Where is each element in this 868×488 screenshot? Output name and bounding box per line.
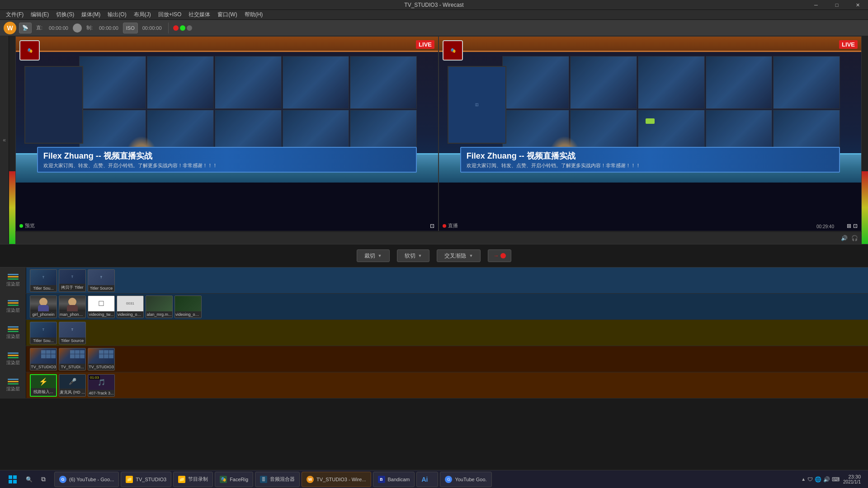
- iso-button[interactable]: ISO: [123, 23, 138, 33]
- layer-item-line-in[interactable]: ⚡ 线路输入...: [30, 374, 57, 397]
- taskbar-ai[interactable]: Ai: [416, 472, 438, 487]
- live-dot: [443, 224, 446, 228]
- wirecast-logo: W: [4, 22, 16, 34]
- layer-item-tv-studio-3[interactable]: TV_STUDIO3: [88, 348, 115, 371]
- youtube-goo-icon: G: [445, 476, 452, 483]
- layer-item-girl[interactable]: girl_phonein: [30, 296, 57, 318]
- menu-item-j[interactable]: 布局(J): [130, 10, 155, 19]
- layer-stack-icon-2: [8, 300, 19, 306]
- layer-item-mic[interactable]: 🎤 麦克风 (HD ...: [59, 374, 86, 397]
- task-view-button[interactable]: ⧉: [36, 473, 51, 486]
- bandicam-label: Bandicam: [388, 477, 410, 482]
- menu-item-iso[interactable]: 回放+ISO: [155, 10, 185, 19]
- cross-button[interactable]: 交叉渐隐 ▼: [437, 249, 481, 262]
- layer-item-titler-source2[interactable]: T Titler Source: [59, 322, 86, 344]
- search-button[interactable]: 🔍: [22, 473, 36, 486]
- cross-label: 交叉渐隐: [444, 252, 466, 260]
- layer-item-titler-source-1[interactable]: T Titler Source: [88, 269, 115, 292]
- layer-name-5: 渲染层: [6, 386, 20, 392]
- label-tv3: TV_STUDIO3: [88, 364, 114, 370]
- chrome-label: (6) YouTube - Goo...: [69, 477, 114, 482]
- label-copy-titler: 拷贝于 Titler: [59, 284, 85, 291]
- volume-icon[interactable]: 🔊: [841, 235, 848, 241]
- menu-item-[interactable]: 社交媒体: [185, 10, 214, 19]
- layer-label-1: 渲染层: [0, 267, 26, 293]
- menu-item-f[interactable]: 文件(F): [2, 10, 27, 19]
- taskbar-chrome[interactable]: G (6) YouTube - Goo...: [54, 472, 119, 487]
- maximize-button[interactable]: □: [826, 0, 847, 10]
- go-button[interactable]: →: [488, 249, 511, 262]
- volume-bar-left: [9, 36, 15, 244]
- headphone-icon[interactable]: 🎧: [851, 235, 858, 241]
- youtube-goo-label: YouTube Goo.: [455, 477, 486, 482]
- taskbar-facerig[interactable]: 🎭 FaceRig: [215, 472, 253, 487]
- folder2-label: 节目录制: [188, 476, 208, 483]
- layer-item-tv-studio-2[interactable]: TV_STUDI...: [59, 348, 86, 371]
- stream-dot-1: [173, 25, 179, 31]
- avatar-inner-right: 🎭: [443, 41, 462, 60]
- studio-lower-right: [439, 183, 861, 231]
- menu-item-m[interactable]: 媒体(M): [78, 10, 104, 19]
- record-time-value: 00:00:00: [97, 25, 120, 31]
- taskbar-bandicam[interactable]: B Bandicam: [373, 472, 415, 487]
- toolbar: W 📡 直: 00:00:00 制: 00:00:00 ISO 00:00:00: [0, 20, 868, 36]
- thumb-man: [59, 296, 85, 311]
- minimize-button[interactable]: ─: [806, 0, 826, 10]
- screens-row: Filex Zhuang -- 视频直播实战 欢迎大家订阅、转发、点赞、开启小铃…: [15, 36, 862, 231]
- label-videoing-tw: videoing_tw...: [88, 311, 114, 318]
- menu-item-o[interactable]: 输出(O): [104, 10, 130, 19]
- preview-icons: ⊡: [430, 223, 434, 229]
- layer-item-videoing-on2[interactable]: videoing_on...: [175, 296, 202, 318]
- title-banner-right: Filex Zhuang -- 视频直播实战 欢迎大家订阅、转发、点赞、开启小铃…: [460, 147, 840, 173]
- thumb-titler-sou: T: [30, 270, 57, 285]
- layer-item-titler-sou[interactable]: T Titler Sou...: [30, 269, 57, 292]
- audio-mixer-icon: 🎛: [260, 476, 267, 483]
- screen-icon-3[interactable]: ⊡: [853, 223, 858, 229]
- layer-item-alan[interactable]: alan_mrg.m...: [146, 296, 173, 318]
- layer-row-1: 渲染层 T Titler Sou... T 拷贝于 Titler T: [0, 267, 868, 294]
- volume-bar-right: [862, 36, 868, 244]
- ai-label: Ai: [421, 476, 428, 483]
- taskbar-audio-mixer[interactable]: 🎛 音频混合器: [255, 472, 300, 487]
- menu-item-s[interactable]: 切换(S): [52, 10, 78, 19]
- taskbar-folder2[interactable]: 📁 节目录制: [173, 472, 213, 487]
- screen-icon-2[interactable]: ⊞: [847, 223, 851, 229]
- system-clock: 23:30 2021/1/1: [843, 474, 861, 484]
- cut-button[interactable]: 裁切 ▼: [357, 249, 390, 262]
- tray-keyboard-icon[interactable]: ⌨: [832, 476, 840, 483]
- left-panel-toggle[interactable]: «: [0, 36, 9, 244]
- layer-item-videoing-tw[interactable]: □ videoing_tw...: [88, 296, 115, 318]
- taskbar-wirecast[interactable]: W TV_STUDIO3 - Wire...: [302, 472, 371, 487]
- close-button[interactable]: ✕: [847, 0, 868, 10]
- folder1-label: TV_STUDIO3: [136, 477, 166, 482]
- broadcast-toggle[interactable]: 📡: [19, 23, 32, 33]
- menu-item-w[interactable]: 窗口(W): [214, 10, 241, 19]
- layer-item-copy-titler[interactable]: T 拷贝于 Titler: [59, 269, 86, 292]
- live-bg: ◫ Filex Zhuang -- 视频直播实战 欢迎大家订阅、转发、点赞、开启…: [439, 37, 861, 231]
- layer-item-man[interactable]: man_phonei...: [59, 296, 86, 318]
- start-button[interactable]: [4, 473, 22, 486]
- layer-item-tv-studio-1[interactable]: 01:10 TV_STUDIO3: [30, 348, 57, 371]
- taskbar-youtube-goo[interactable]: G YouTube Goo.: [440, 472, 491, 487]
- menu-item-e[interactable]: 编辑(E): [27, 10, 52, 19]
- layer-label-4: 渲染层: [0, 346, 26, 372]
- tray-up-icon[interactable]: ▲: [801, 477, 806, 482]
- layer-row-5: 渲染层 ⚡ 线路输入... 🎤 麦克风 (HD ... 01:03 🎵 4: [0, 372, 868, 399]
- menu-item-h[interactable]: 帮助(H): [241, 10, 267, 19]
- title-banner-left: Filex Zhuang -- 视频直播实战 欢迎大家订阅、转发、点赞、开启小铃…: [37, 147, 417, 173]
- layer-item-track[interactable]: 01:03 🎵 407-Track 3...: [88, 374, 115, 397]
- record-button[interactable]: [73, 23, 82, 33]
- bandicam-icon: B: [378, 476, 385, 483]
- layer-name-2: 渲染层: [6, 307, 20, 314]
- soft-button[interactable]: 软切 ▼: [397, 249, 430, 262]
- layer-label-5: 渲染层: [0, 372, 26, 398]
- layer-item-videoing-on[interactable]: 0031 videoing_on...: [117, 296, 144, 318]
- tray-volume-icon[interactable]: 🔊: [823, 476, 830, 483]
- tray-network-icon[interactable]: 🌐: [815, 476, 821, 483]
- layer-item-titler-sou2[interactable]: T Titler Sou...: [30, 322, 57, 344]
- tray-shield-icon[interactable]: 🛡: [807, 476, 813, 483]
- screen-icon-1[interactable]: ⊡: [430, 223, 434, 229]
- folder1-icon: 📁: [126, 476, 133, 483]
- taskbar-folder1[interactable]: 📁 TV_STUDIO3: [121, 472, 171, 487]
- layer-items-5: ⚡ 线路输入... 🎤 麦克风 (HD ... 01:03 🎵 407-Trac…: [26, 372, 868, 399]
